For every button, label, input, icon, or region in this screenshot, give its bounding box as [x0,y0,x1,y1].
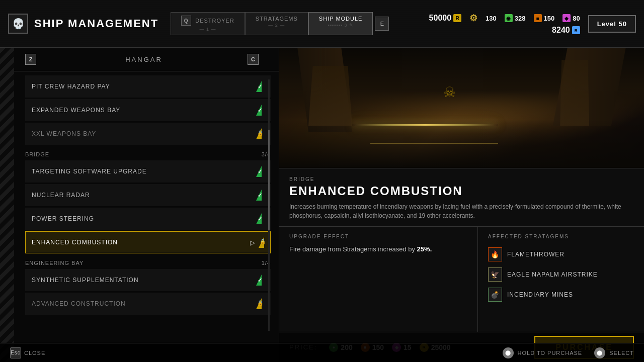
light-line-2 [370,143,498,144]
tab-ship-module[interactable]: SHIP MODULE ▪▪▪▪▪▪▪ 3 ✎ [308,12,373,35]
info-title: ENHANCED COMBUSTION [289,184,634,198]
preview-image: ☠ [279,48,644,168]
resource-count: 130 [486,15,497,22]
module-targeting-software[interactable]: TARGETING SOFTWARE UPGRADE [25,160,271,183]
status-check-icon-2 [253,105,264,116]
mines-icon: 💣 [488,288,502,302]
girder-2 [560,60,589,126]
select-label: SELECT [609,350,634,356]
status-check-icon-4 [253,190,264,201]
status-check-icon-5 [253,213,264,224]
close-label: CLOSE [24,350,45,356]
hangar-header: Z HANGAR C [0,54,279,71]
green-res-icon: ◉ [505,14,513,22]
engineering-section-label: ENGINEERING BAY [25,260,84,266]
selected-status: ▷ [250,237,264,248]
resource-row-2: 8240 R [552,26,580,35]
module-expanded-weapons[interactable]: EXPANDED WEAPONS BAY [25,99,271,121]
resource-pink: ◆ 80 [562,14,580,22]
module-power-steering[interactable]: POWER STEERING [25,208,271,230]
resource-req: 50000 R [429,14,462,23]
upgrade-text: Fire damage from Stratagems increased by… [289,244,467,255]
z-key: Z [25,54,36,65]
module-advanced-construction[interactable]: ADVANCED CONSTRUCTION [25,293,271,315]
stratagems-label: STRATAGEMS [256,16,298,22]
incendiary-mines-label: INCENDIARY MINES [507,291,573,298]
pit-crew-label: PIT CREW HAZARD PAY [32,83,110,90]
secondary-resource: 8240 R [552,26,580,35]
req-icon: R [572,26,580,34]
flamethrower-icon: 🔥 [488,247,502,261]
xxl-weapons-label: XXL WEAPONS BAY [32,130,96,137]
girder-1 [308,66,352,126]
upgrade-text-part1: Fire damage from Stratagems increased by [289,245,417,253]
module-enhanced-combustion[interactable]: ENHANCED COMBUSTION ▷ [25,231,271,253]
ship-module-label: SHIP MODULE [319,16,363,22]
destroyer-label: DESTROYER [195,18,234,24]
module-list[interactable]: PIT CREW HAZARD PAY EXPANDED WEAPONS BAY… [0,75,279,356]
hold-label: HOLD TO PURCHASE [518,350,583,356]
skull-logo: 💀 [8,14,28,34]
synthetic-label: SYNTHETIC SUPPLEMENTATION [32,277,139,284]
orange-res-icon: ■ [534,14,542,22]
left-panel: Z HANGAR C PIT CREW HAZARD PAY EXPANDED … [0,48,279,362]
c-key: C [248,54,259,65]
resource-req-value: 50000 [429,14,452,23]
right-panel: ☠ BRIDGE ENHANCED COMBUSTION Increases b… [279,48,644,362]
scrollbar[interactable] [268,79,270,331]
resource-orange: ■ 150 [534,14,555,22]
advanced-construction-label: ADVANCED CONSTRUCTION [32,300,126,307]
tab-stratagems[interactable]: STRATAGEMS — 2 — [245,12,308,35]
upgrade-effect-title: UPGRADE EFFECT [289,234,467,239]
upgrade-effect-panel: UPGRADE EFFECT Fire damage from Stratage… [279,227,478,332]
cursor-icon: ▷ [250,239,256,246]
close-hint: Esc CLOSE [10,347,45,358]
stratagem-flamethrower: 🔥 FLAMETHROWER [488,244,634,264]
hold-button-icon: ⬤ [503,347,514,358]
q-key: Q [181,16,191,26]
scroll-thumb [268,130,270,230]
main-layout: Z HANGAR C PIT CREW HAZARD PAY EXPANDED … [0,48,644,362]
ship-skull-watermark: ☠ [443,84,456,101]
info-description: Increases burning temperature of incendi… [289,202,634,220]
stratagem-incendiary-mines: 💣 INCENDIARY MINES [488,285,634,305]
stratagem-eagle-napalm: 🦅 EAGLE NAPALM AIRSTRIKE [488,264,634,285]
engineering-section-header: ENGINEERING BAY 1/4 [25,255,271,269]
bridge-section-header: BRIDGE 3/4 [25,146,271,160]
status-lock-icon-2 [253,298,264,309]
resources-panel: 50000 R ⚙ 130 ◉ 328 ■ 150 ◆ 80 [429,13,580,35]
enhanced-combustion-label: ENHANCED COMBUSTION [32,239,118,246]
affected-title: AFFECTED STRATAGEMS [488,234,634,239]
info-category: BRIDGE [289,176,634,182]
tab-destroyer[interactable]: Q DESTROYER — 1 — [171,12,245,35]
nav-tabs: Q DESTROYER — 1 — STRATAGEMS — 2 — SHIP … [171,12,389,35]
status-check-icon [253,81,264,92]
top-bar: 💀 SHIP MANAGEMENT Q DESTROYER — 1 — STRA… [0,0,644,48]
ship-floor [279,120,644,168]
pink-res-icon: ◆ [562,14,571,22]
upgrade-text-bold: 25%. [417,245,432,253]
info-area: BRIDGE ENHANCED COMBUSTION Increases bur… [279,168,644,227]
page-title: SHIP MANAGEMENT [34,17,158,30]
eagle-napalm-label: EAGLE NAPALM AIRSTRIKE [507,271,598,278]
affected-stratagems-panel: AFFECTED STRATAGEMS 🔥 FLAMETHROWER 🦅 EAG… [478,227,644,332]
ship-interior: ☠ [279,48,644,168]
module-nuclear-radar[interactable]: NUCLEAR RADAR [25,184,271,206]
power-steering-label: POWER STEERING [32,215,94,222]
module-synthetic-supp[interactable]: SYNTHETIC SUPPLEMENTATION [25,269,271,291]
expanded-weapons-label: EXPANDED WEAPONS BAY [32,107,120,114]
module-pit-crew[interactable]: PIT CREW HAZARD PAY [25,75,271,98]
resource-gear: ⚙ [469,13,477,24]
r-icon: R [453,14,461,22]
nuclear-radar-label: NUCLEAR RADAR [32,192,90,199]
resource-green: ◉ 328 [505,14,526,22]
module-xxl-weapons[interactable]: XXL WEAPONS BAY [25,123,271,145]
bridge-section-label: BRIDGE [25,151,49,157]
status-lock-icon [253,128,264,139]
eagle-icon: 🦅 [488,267,502,282]
bottom-bar: Esc CLOSE ⬤ HOLD TO PURCHASE ⬤ SELECT [0,343,644,362]
resource-row-1: 50000 R ⚙ 130 ◉ 328 ■ 150 ◆ 80 [429,13,580,24]
e-key-badge: E [375,17,389,31]
flamethrower-label: FLAMETHROWER [507,251,565,258]
hangar-title: HANGAR [40,56,248,63]
